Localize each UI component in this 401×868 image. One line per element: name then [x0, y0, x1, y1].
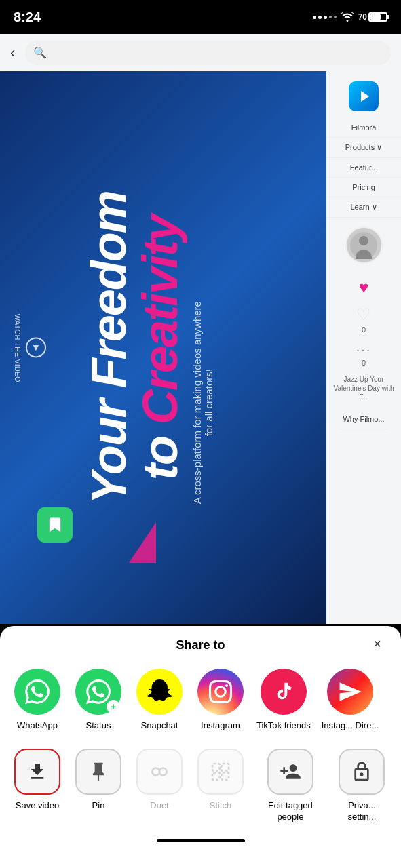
whatsapp-icon [14, 669, 60, 715]
edit-tagged-label: Edit tagged people [256, 800, 324, 823]
share-snapchat[interactable]: Snapchat [129, 665, 190, 735]
svg-point-2 [159, 768, 167, 776]
carrier-signal [313, 16, 337, 19]
heart-filled-icon: ♥ [359, 278, 368, 297]
sidebar-why-filmora[interactable]: Why Filmo... [340, 410, 387, 429]
comments-button[interactable]: ··· 0 [356, 342, 372, 367]
share-whatsapp[interactable]: WhatsApp [7, 665, 68, 735]
snapchat-label: Snapchat [141, 720, 178, 732]
favorite-button[interactable]: ♡ 0 [356, 305, 371, 334]
share-duet: Duet [129, 745, 190, 827]
pin-icon [75, 749, 121, 795]
save-video-icon [14, 749, 60, 795]
tiktok-friends-label: TikTok friends [256, 720, 311, 732]
share-stitch: Stitch [190, 745, 251, 827]
home-indicator [0, 833, 401, 848]
instagram-direct-icon [327, 669, 373, 715]
share-private-settings[interactable]: Priva... settin... [330, 745, 394, 827]
share-tiktok-friends[interactable]: TikTok friends [251, 665, 316, 735]
more-icon: ··· [356, 342, 372, 357]
right-sidebar: Filmora Products ∨ Featur... Pricing Lea… [326, 71, 401, 624]
browser-nav: ‹ 🔍 [0, 34, 401, 71]
sidebar-nav-pricing[interactable]: Pricing [326, 178, 401, 197]
avatar-image [350, 232, 377, 259]
search-icon: 🔍 [33, 46, 47, 59]
share-edit-tagged[interactable]: Edit tagged people [251, 745, 330, 827]
snapchat-icon [136, 669, 183, 715]
hero-text-wrapper: Your Freedom to Creativity A cross-platf… [84, 191, 214, 504]
hero-line2: to Creativity [136, 191, 185, 504]
bookmark-float-icon [37, 507, 73, 542]
signal-dot-4 [329, 16, 332, 18]
private-settings-label: Priva... settin... [335, 800, 389, 823]
share-instagram-direct[interactable]: Instag... Dire... [316, 665, 385, 735]
hero-text-area: Your Freedom to Creativity A cross-platf… [54, 125, 244, 570]
share-pin[interactable]: Pin [68, 745, 129, 827]
sidebar-promo-text: Jazz Up Your Valentine's Day with F... [333, 375, 394, 401]
sidebar-nav-learn[interactable]: Learn ∨ [326, 197, 401, 218]
instagram-label: Instagram [201, 720, 240, 732]
status-icon: + [75, 669, 121, 715]
sidebar-nav-filmora[interactable]: Filmora [326, 118, 401, 138]
edit-tagged-icon [267, 749, 313, 795]
share-header: Share to × [0, 626, 401, 662]
sidebar-nav-products[interactable]: Products ∨ [326, 138, 401, 158]
hero-tagline: A cross-platform for making videos anywh… [191, 300, 214, 504]
watch-label: WATCH THE VIDEO [14, 313, 22, 382]
search-bar[interactable]: 🔍 [25, 41, 391, 65]
share-status[interactable]: + Status [68, 665, 129, 735]
favorite-count: 0 [362, 326, 366, 334]
sidebar-nav-features[interactable]: Featur... [326, 158, 401, 178]
share-sheet: Share to × WhatsApp + Status [0, 626, 401, 868]
battery-fill [370, 14, 381, 20]
signal-dot-2 [318, 16, 322, 19]
user-avatar[interactable] [345, 226, 383, 264]
svg-rect-5 [212, 773, 220, 781]
duet-icon [136, 749, 183, 795]
private-settings-icon [339, 749, 385, 795]
action-icons: ♥ ♡ 0 ··· 0 Jazz Up Your Valentine's Day… [333, 273, 394, 435]
decorative-arrow [129, 522, 156, 563]
status-label: Status [86, 720, 111, 732]
stitch-icon [197, 749, 244, 795]
comments-count: 0 [362, 359, 366, 367]
instagram-icon [197, 669, 244, 715]
status-icons: 70 [313, 12, 387, 22]
stitch-label: Stitch [210, 800, 232, 812]
tiktok-friends-icon [261, 669, 307, 715]
heart-outline-icon: ♡ [356, 305, 371, 324]
whatsapp-label: WhatsApp [17, 720, 58, 732]
battery-body [368, 12, 387, 22]
sidebar-nav: Filmora Products ∨ Featur... Pricing Lea… [326, 118, 401, 218]
signal-dot-3 [324, 16, 327, 19]
share-instagram[interactable]: Instagram [190, 665, 251, 735]
close-button[interactable]: × [367, 634, 387, 654]
svg-marker-0 [361, 91, 369, 102]
like-button[interactable]: ♥ [359, 278, 368, 297]
battery-indicator: 70 [358, 12, 387, 22]
share-row-2: Save video Pin Duet [0, 745, 401, 833]
share-save-video[interactable]: Save video [7, 745, 68, 827]
duet-label: Duet [150, 800, 168, 812]
status-time: 8:24 [14, 9, 41, 25]
hero-line1: Your Freedom [84, 191, 133, 504]
wifi-icon [341, 12, 354, 22]
content-area: ‹ 🔍 ▼ WATCH THE VIDEO Your Freedom to Cr… [0, 34, 401, 624]
battery-level: 70 [358, 12, 367, 22]
pin-label: Pin [92, 800, 105, 812]
share-title: Share to [176, 638, 225, 652]
svg-rect-3 [212, 764, 220, 771]
watch-video-button[interactable]: ▼ WATCH THE VIDEO [14, 313, 46, 382]
status-bar: 8:24 70 [0, 0, 401, 34]
svg-rect-6 [221, 773, 229, 781]
back-button[interactable]: ‹ [10, 44, 15, 62]
share-row-1: WhatsApp + Status Snapchat [0, 662, 401, 745]
filmora-logo[interactable] [349, 81, 379, 111]
svg-rect-4 [221, 764, 229, 771]
home-bar [157, 839, 245, 842]
signal-dot-1 [313, 16, 316, 19]
filmora-content: ▼ WATCH THE VIDEO Your Freedom to Creati… [0, 71, 326, 624]
signal-dot-5 [334, 16, 337, 18]
instagram-direct-label: Instag... Dire... [322, 720, 379, 732]
svg-point-1 [152, 768, 159, 776]
